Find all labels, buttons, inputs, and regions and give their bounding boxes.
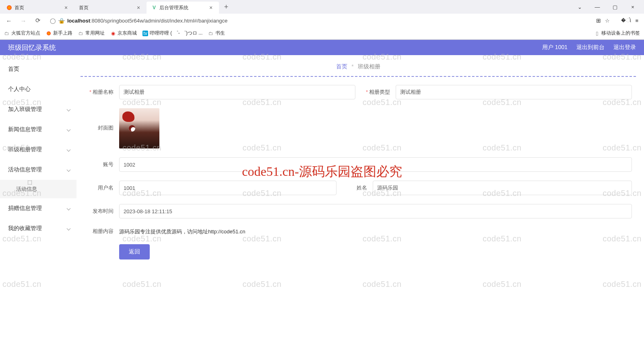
folder-icon: 🗀 (78, 31, 84, 36)
back-button[interactable]: 返回 (119, 244, 150, 260)
tab-bar: 首页 × 首页 × V 后台管理系统 × + ⌄ — ▢ × (0, 0, 644, 14)
app-title: 班级回忆录系统 (8, 43, 56, 52)
firefox-icon (6, 5, 12, 10)
jd-icon: ◉ (110, 31, 116, 36)
detail-form: 相册名称 测试相册 相册类型 测试相册 封面图 账号 1002 用户名 1001… (80, 85, 636, 260)
folder-icon: 🗀 (208, 31, 214, 36)
vue-icon: V (151, 5, 157, 10)
realname-input[interactable]: 源码乐园 (373, 181, 632, 195)
album-type-label: 相册类型 (361, 89, 390, 96)
account-input[interactable]: 1002 (119, 157, 632, 172)
sidebar-item-activity[interactable]: 活动信息管理 (0, 160, 76, 180)
address-bar-row: ← → ⟳ ◯ 🔒 localhost:8080/springboot5r64w… (0, 14, 644, 27)
qr-icon[interactable]: ⊞ (596, 17, 601, 24)
sidebar: 首页 个人中心 加入班级管理 新闻信息管理 班级相册管理 活动信息管理 ⬚ 活动… (0, 55, 76, 268)
sidebar-item-profile[interactable]: 个人中心 (0, 79, 76, 99)
close-icon[interactable]: × (135, 4, 142, 11)
bookmark-item[interactable]: 新手上路 (46, 30, 72, 37)
username-label: 用户名 (85, 184, 114, 192)
bookmark-item[interactable]: ◉京东商城 (110, 30, 137, 37)
close-window-icon[interactable]: × (628, 4, 638, 10)
mobile-icon: ▯ (594, 31, 600, 36)
bookmark-item[interactable]: 🗀书生 (208, 30, 225, 37)
content-text: 源码乐园专注提供优质源码，访问地址http://code51.cn (119, 227, 246, 235)
app-header: 班级回忆录系统 用户 1001 退出到前台 退出登录 (0, 40, 644, 55)
browser-tab[interactable]: 首页 × (74, 2, 147, 14)
username-input[interactable]: 1001 (119, 181, 336, 195)
sidebar-item-home[interactable]: 首页 (0, 59, 76, 79)
publish-time-input[interactable]: 2023-08-18 12:11:15 (119, 204, 632, 218)
breadcrumb: 首页 * 班级相册 (80, 59, 636, 76)
browser-tab-active[interactable]: V 后台管理系统 × (147, 2, 219, 14)
sidebar-item-favorites[interactable]: 我的收藏管理 (0, 218, 76, 239)
sidebar-item-news[interactable]: 新闻信息管理 (0, 119, 76, 140)
cursor-icon: ⬚ (27, 179, 32, 185)
window-controls: ⌄ — ▢ × (570, 4, 642, 10)
forward-button[interactable]: → (18, 15, 29, 26)
firefox-icon (46, 31, 52, 36)
extensions-icon[interactable]: �ો (621, 17, 631, 24)
sidebar-sub-activity-info[interactable]: ⬚ 活动信息 (0, 180, 76, 198)
tab-title: 首页 (79, 4, 135, 11)
sidebar-item-donate[interactable]: 捐赠信息管理 (0, 198, 76, 218)
album-name-label: 相册名称 (85, 89, 114, 96)
breadcrumb-home[interactable]: 首页 (336, 63, 347, 70)
shield-icon: ◯ (50, 18, 56, 24)
chevron-down-icon[interactable]: ⌄ (575, 4, 584, 10)
cover-label: 封面图 (85, 108, 114, 132)
bookmark-mobile[interactable]: ▯移动设备上的书签 (594, 30, 640, 37)
bookmark-bar: 🗀火狐官方站点 新手上路 🗀常用网址 ◉京东商城 tv哔哩哔哩 ( ゜- ゜)つ… (0, 27, 644, 39)
album-name-input[interactable]: 测试相册 (119, 85, 355, 99)
bilibili-icon: tv (142, 31, 148, 36)
browser-chrome: 首页 × 首页 × V 后台管理系统 × + ⌄ — ▢ × ← → ⟳ ◯ 🔒… (0, 0, 644, 40)
main-content: 首页 * 班级相册 相册名称 测试相册 相册类型 测试相册 封面图 账号 100… (76, 55, 644, 268)
reload-button[interactable]: ⟳ (32, 15, 43, 26)
account-label: 账号 (85, 161, 114, 168)
publish-time-label: 发布时间 (85, 208, 114, 215)
back-button[interactable]: ← (3, 15, 14, 26)
bookmark-item[interactable]: 🗀常用网址 (78, 30, 105, 37)
exit-to-front-link[interactable]: 退出到前台 (576, 44, 605, 51)
sidebar-item-album[interactable]: 班级相册管理 (0, 140, 76, 160)
bookmark-item[interactable]: 🗀火狐官方站点 (4, 30, 40, 37)
close-icon[interactable]: × (63, 4, 69, 11)
breadcrumb-current: 班级相册 (358, 63, 380, 70)
content-label: 相册内容 (85, 228, 114, 235)
breadcrumb-sep: * (351, 63, 353, 70)
dashed-divider (80, 76, 636, 77)
realname-label: 姓名 (342, 184, 367, 192)
tab-title: 首页 (14, 4, 63, 11)
menu-icon[interactable]: ≡ (635, 18, 638, 24)
sidebar-item-join-class[interactable]: 加入班级管理 (0, 99, 76, 119)
new-tab-button[interactable]: + (221, 1, 232, 12)
cover-image[interactable] (119, 108, 159, 148)
maximize-icon[interactable]: ▢ (610, 4, 620, 10)
album-type-input[interactable]: 测试相册 (396, 85, 632, 99)
bookmark-item[interactable]: tv哔哩哔哩 ( ゜- ゜)つロ ... (142, 30, 202, 37)
browser-tab[interactable]: 首页 × (2, 2, 74, 14)
close-icon[interactable]: × (208, 4, 214, 11)
minimize-icon[interactable]: — (592, 4, 602, 10)
url-bar[interactable]: ◯ 🔒 localhost:8080/springboot5r64w/admin… (47, 18, 593, 24)
tab-title: 后台管理系统 (159, 4, 208, 11)
lock-icon: 🔒 (58, 18, 65, 24)
logout-link[interactable]: 退出登录 (613, 44, 636, 51)
url-text: localhost:8080/springboot5r64w/admin/dis… (67, 18, 227, 24)
bookmark-star-icon[interactable]: ☆ (605, 18, 610, 24)
user-label[interactable]: 用户 1001 (542, 44, 568, 51)
folder-icon: 🗀 (4, 31, 10, 36)
